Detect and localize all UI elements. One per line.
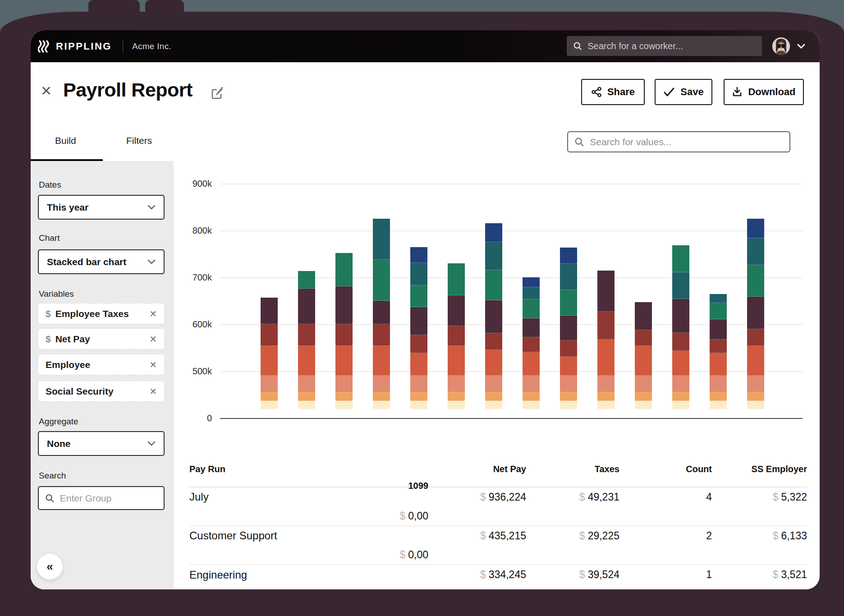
bar-segment-dpurple: [298, 289, 315, 324]
remove-variable-icon[interactable]: ✕: [149, 359, 157, 370]
variables-label: Variables: [39, 289, 74, 299]
dates-label: Dates: [39, 180, 61, 190]
bar-segment-green: [747, 265, 764, 297]
bar-segment-orange: [410, 392, 427, 401]
stacked-bar[interactable]: [485, 223, 502, 409]
group-search[interactable]: [38, 486, 165, 510]
column-header: Net Pay: [428, 458, 526, 474]
download-button[interactable]: Download: [724, 79, 804, 105]
bar-segment-dpurple: [672, 299, 689, 333]
variable-chip[interactable]: $Employee Taxes✕: [38, 303, 165, 324]
collapse-sidebar-button[interactable]: «: [37, 554, 63, 579]
stacked-bar[interactable]: [710, 294, 727, 409]
bar-segment-dred: [523, 337, 540, 352]
stacked-bar[interactable]: [635, 302, 652, 409]
bar-segment-orange: [710, 392, 727, 401]
bar-segment-orange: [335, 392, 353, 401]
bar-segment-dred: [747, 329, 764, 346]
values-search[interactable]: [567, 131, 790, 152]
bar-segment-dred: [448, 326, 465, 346]
bar-segment-dteal: [410, 263, 427, 285]
check-icon: [663, 87, 675, 97]
stacked-bar[interactable]: [597, 271, 615, 409]
stacked-bar[interactable]: [335, 253, 353, 409]
value-cell: $29,225: [526, 530, 619, 542]
stacked-bar[interactable]: [261, 298, 278, 409]
stacked-bar[interactable]: [410, 247, 427, 409]
dates-dropdown[interactable]: This year: [38, 195, 165, 220]
edit-title-icon[interactable]: [210, 86, 224, 100]
table-header-row: Pay RunNet PayTaxesCountSS Employer1099: [189, 458, 807, 487]
bar-segment-orange: [298, 392, 315, 401]
share-button[interactable]: Share: [581, 79, 645, 105]
coworker-search-input[interactable]: [587, 41, 756, 51]
variable-chip[interactable]: Social Security✕: [38, 381, 165, 402]
user-menu-chevron-icon[interactable]: [797, 44, 805, 49]
bar-segment-dpurple: [747, 297, 764, 329]
stacked-bar[interactable]: [448, 263, 465, 409]
bar-segment-dteal: [672, 272, 689, 299]
stacked-bar[interactable]: [560, 248, 577, 409]
gridline: [220, 324, 803, 325]
search-icon: [574, 137, 584, 147]
bar-segment-salmon: [485, 350, 502, 376]
value-cell: 2: [619, 530, 712, 542]
table-row[interactable]: Engineering$334,245$39,5241$3,521$0,00: [189, 565, 807, 589]
bar-segment-dred: [410, 335, 427, 353]
bar-segment-lsalmon: [710, 376, 727, 392]
bar-segment-salmon: [710, 353, 727, 376]
brand: RIPPLING Acme Inc.: [38, 30, 171, 62]
bar-segment-lsalmon: [485, 376, 502, 392]
bar-segment-dred: [672, 333, 689, 351]
chevron-down-icon: [147, 259, 156, 264]
dollar-icon: $: [46, 334, 51, 345]
bar-segment-cream: [597, 401, 615, 409]
bar-segment-dteal: [560, 264, 577, 290]
user-avatar[interactable]: [772, 37, 790, 55]
close-report-icon[interactable]: ✕: [41, 84, 52, 98]
variable-chip[interactable]: Employee✕: [38, 354, 165, 375]
bar-segment-lsalmon: [560, 376, 577, 392]
x-axis-line: [220, 418, 803, 419]
remove-variable-icon[interactable]: ✕: [149, 308, 157, 319]
tab-build[interactable]: Build: [55, 135, 76, 146]
stacked-bar[interactable]: [373, 219, 390, 409]
bar-segment-dred: [710, 340, 727, 353]
variable-chip[interactable]: $Net Pay✕: [38, 328, 165, 349]
bar-segment-green: [485, 270, 502, 300]
coworker-search[interactable]: [567, 36, 762, 56]
group-search-input[interactable]: [60, 493, 157, 504]
bar-segment-lsalmon: [298, 376, 315, 392]
bar-segment-dteal: [523, 287, 540, 299]
stacked-bar[interactable]: [672, 245, 689, 409]
value-cell: $3,521: [712, 569, 807, 581]
bar-segment-lsalmon: [597, 376, 615, 392]
stacked-bar[interactable]: [747, 219, 764, 409]
chart-type-dropdown-value: Stacked bar chart: [47, 257, 147, 267]
remove-variable-icon[interactable]: ✕: [149, 386, 157, 397]
chart-type-dropdown[interactable]: Stacked bar chart: [38, 249, 165, 274]
table-row[interactable]: Customer Support$435,215$29,2252$6,133$0…: [189, 526, 807, 565]
download-icon: [732, 87, 743, 97]
stacked-bar[interactable]: [298, 271, 315, 409]
payroll-table: Pay RunNet PayTaxesCountSS Employer1099 …: [189, 458, 807, 589]
frame-tab-decor: [88, 0, 140, 14]
stacked-bar[interactable]: [523, 277, 540, 409]
download-button-label: Download: [748, 86, 795, 98]
table-row[interactable]: July$936,224$49,2314$5,322$0,00: [189, 487, 807, 526]
column-header: SS Employer: [712, 458, 807, 474]
aggregate-dropdown[interactable]: None: [38, 431, 165, 456]
chart-label: Chart: [39, 233, 60, 243]
bar-segment-green: [373, 260, 390, 301]
value-cell: 1: [619, 569, 712, 581]
bar-segment-cream: [747, 401, 764, 409]
values-search-input[interactable]: [590, 137, 783, 147]
tab-filters[interactable]: Filters: [126, 135, 152, 146]
remove-variable-icon[interactable]: ✕: [149, 334, 157, 345]
bar-segment-navy: [410, 247, 427, 263]
bar-segment-dpurple: [597, 271, 615, 312]
bar-segment-green: [298, 271, 315, 289]
bar-segment-dpurple: [485, 300, 502, 333]
save-button[interactable]: Save: [655, 79, 712, 105]
value-cell: $0,00: [189, 549, 428, 561]
